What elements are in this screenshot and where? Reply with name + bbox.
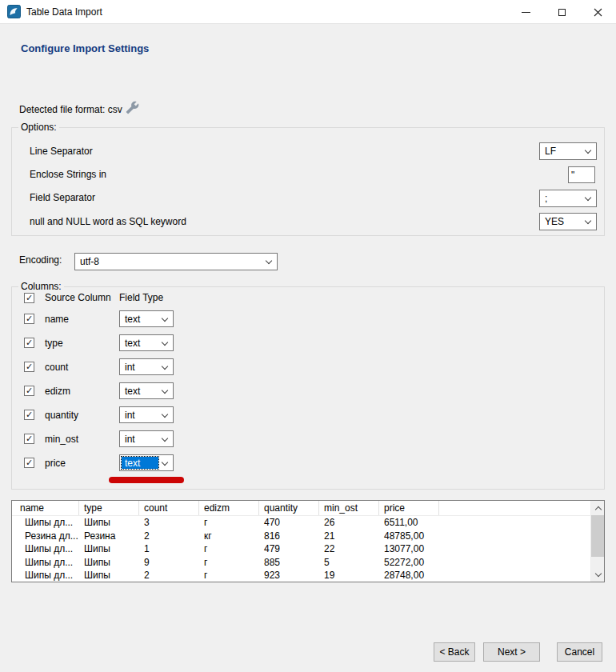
- source-column-name: name: [45, 310, 69, 328]
- line-separator-label: Line Separator: [30, 143, 93, 159]
- column-header[interactable]: quantity: [259, 501, 319, 515]
- column-header[interactable]: count: [139, 501, 199, 515]
- field-type-select[interactable]: text: [119, 382, 174, 399]
- table-row[interactable]: Резина дл...Резина2кг8162148785,00: [12, 530, 604, 543]
- chevron-down-icon: [162, 459, 168, 466]
- select-all-checkbox[interactable]: ✓: [24, 293, 34, 303]
- next-button[interactable]: Next >: [483, 642, 540, 662]
- chevron-down-icon: [162, 435, 168, 442]
- maximize-button[interactable]: [544, 0, 580, 24]
- field-type-select[interactable]: int: [119, 358, 174, 375]
- chevron-down-icon: [162, 315, 168, 322]
- column-header[interactable]: name: [12, 501, 79, 515]
- enclose-strings-value: ": [571, 170, 574, 181]
- table-cell: 6511,00: [379, 516, 439, 530]
- column-checkbox[interactable]: ✓: [24, 434, 34, 444]
- column-header[interactable]: price: [379, 501, 439, 515]
- field-type-select[interactable]: text: [119, 334, 174, 351]
- table-cell: 28748,00: [379, 569, 439, 582]
- chevron-down-icon: [585, 194, 591, 201]
- column-mapping-row: ✓pricetext: [12, 454, 604, 472]
- column-checkbox[interactable]: ✓: [24, 338, 34, 348]
- table-cell: Шипы дл...: [12, 516, 79, 530]
- scrollbar-thumb[interactable]: [591, 515, 605, 557]
- wrench-icon[interactable]: [126, 101, 139, 114]
- field-type-select[interactable]: int: [119, 406, 174, 423]
- red-annotation-line: [109, 477, 184, 483]
- window-title: Table Data Import: [26, 6, 102, 18]
- cancel-button[interactable]: Cancel: [557, 642, 602, 662]
- table-cell: 48785,00: [379, 530, 439, 543]
- detected-format-label: Detected file format: csv: [19, 104, 122, 115]
- table-cell: Шипы: [79, 516, 139, 530]
- chevron-down-icon: [162, 411, 168, 418]
- title-bar[interactable]: Table Data Import: [0, 0, 616, 24]
- preview-table-header: nametypecountedizmquantitymin_ostprice: [12, 501, 604, 516]
- table-row[interactable]: Шипы дл...Шипы2г9231928748,00: [12, 569, 604, 582]
- minimize-icon: [522, 12, 530, 13]
- enclose-strings-label: Enclose Strings in: [30, 166, 106, 182]
- scroll-down-button[interactable]: [591, 568, 605, 582]
- source-column-name: min_ost: [45, 430, 78, 448]
- column-header[interactable]: edizm: [199, 501, 259, 515]
- table-cell: 816: [259, 530, 319, 543]
- table-cell: 923: [259, 569, 319, 582]
- chevron-down-icon: [162, 339, 168, 346]
- table-cell: Шипы дл...: [12, 569, 79, 582]
- column-checkbox[interactable]: ✓: [24, 410, 34, 420]
- check-icon: ✓: [26, 314, 33, 323]
- column-checkbox[interactable]: ✓: [24, 458, 34, 468]
- preview-table-body: Шипы дл...Шипы3г470266511,00Резина дл...…: [12, 516, 604, 582]
- column-mapping-row: ✓quantityint: [12, 406, 604, 424]
- scroll-up-button[interactable]: [591, 501, 605, 514]
- column-mapping-row: ✓countint: [12, 358, 604, 376]
- source-column-name: price: [45, 454, 66, 472]
- maximize-icon: [558, 9, 566, 16]
- table-row[interactable]: Шипы дл...Шипы1г4792213077,00: [12, 542, 604, 556]
- vertical-scrollbar[interactable]: [590, 501, 604, 582]
- table-cell: 479: [259, 542, 319, 556]
- table-cell: 1: [139, 542, 199, 556]
- back-button[interactable]: < Back: [434, 642, 475, 662]
- table-row[interactable]: Шипы дл...Шипы9г885552272,00: [12, 556, 604, 570]
- chevron-down-icon: [594, 570, 601, 576]
- table-row[interactable]: Шипы дл...Шипы3г470266511,00: [12, 516, 604, 530]
- column-header[interactable]: min_ost: [319, 501, 379, 515]
- table-cell: 2: [139, 530, 199, 543]
- check-icon: ✓: [26, 362, 33, 371]
- field-type-select[interactable]: int: [119, 430, 174, 447]
- options-group: Options: Line Separator Enclose Strings …: [11, 127, 605, 236]
- table-cell: 5: [319, 556, 379, 570]
- minimize-button[interactable]: [508, 0, 544, 24]
- column-checkbox[interactable]: ✓: [24, 386, 34, 396]
- mysql-workbench-icon: [7, 5, 21, 18]
- table-cell: 22: [319, 542, 379, 556]
- chevron-down-icon: [266, 258, 272, 264]
- null-keyword-select[interactable]: YES: [539, 213, 597, 230]
- null-keyword-label: null and NULL word as SQL keyword: [30, 214, 186, 230]
- line-separator-select[interactable]: LF: [539, 142, 597, 160]
- table-cell: 2: [139, 569, 199, 582]
- column-checkbox[interactable]: ✓: [24, 314, 34, 324]
- column-checkbox[interactable]: ✓: [24, 362, 34, 372]
- field-type-header: Field Type: [119, 292, 163, 303]
- columns-group-label: Columns:: [18, 281, 64, 292]
- column-header[interactable]: type: [79, 501, 139, 515]
- field-type-select[interactable]: text: [119, 310, 174, 327]
- enclose-strings-input[interactable]: ": [568, 166, 595, 183]
- field-type-select[interactable]: text: [119, 454, 174, 471]
- column-mapping-row: ✓edizmtext: [12, 382, 604, 400]
- table-cell: 19: [319, 569, 379, 582]
- chevron-down-icon: [162, 387, 168, 394]
- close-button[interactable]: [580, 0, 616, 24]
- column-mapping-row: ✓nametext: [12, 310, 604, 328]
- field-separator-select[interactable]: ;: [539, 190, 597, 207]
- table-cell: 9: [139, 556, 199, 570]
- close-icon: [594, 8, 602, 17]
- table-cell: 3: [139, 516, 199, 530]
- source-column-name: type: [45, 334, 63, 352]
- check-icon: ✓: [26, 338, 33, 347]
- chevron-up-icon: [594, 506, 601, 512]
- table-cell: 52272,00: [379, 556, 439, 570]
- encoding-select[interactable]: utf-8: [74, 253, 278, 270]
